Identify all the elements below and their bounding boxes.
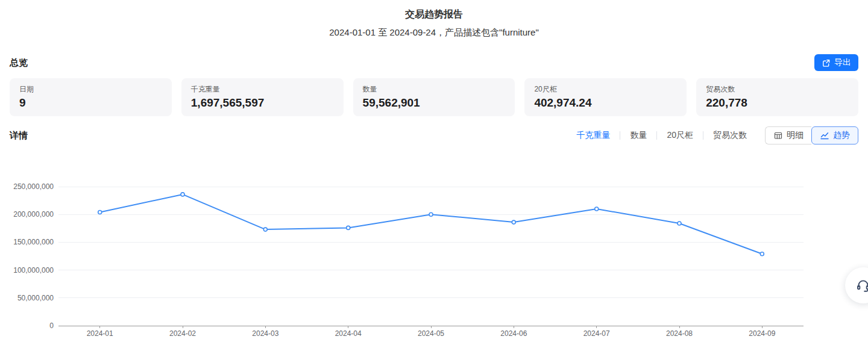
data-point-marker[interactable] [98, 211, 102, 214]
data-point-marker[interactable] [181, 193, 184, 196]
data-point-marker[interactable] [347, 226, 350, 229]
export-button[interactable]: 导出 [814, 54, 858, 71]
headset-icon [855, 278, 868, 293]
y-axis-tick-label: 150,000,000 [13, 238, 54, 246]
data-point-marker[interactable] [760, 252, 764, 256]
x-axis-tick-label: 2024-01 [87, 329, 113, 338]
stat-card-value: 9 [19, 96, 162, 110]
details-bar: 详情 千克重量 数量 20尺柜 贸易次数 明细 趋势 [0, 126, 868, 144]
metric-tabs: 千克重量 数量 20尺柜 贸易次数 [575, 130, 748, 141]
stat-card-value: 1,697,565,597 [191, 96, 334, 110]
tab-divider [656, 131, 657, 140]
line-chart-icon [820, 131, 829, 140]
tab-divider [703, 131, 703, 140]
details-section-label: 详情 [10, 130, 28, 141]
x-axis-tick-label: 2024-05 [418, 329, 444, 338]
data-point-marker[interactable] [678, 222, 681, 225]
x-axis-tick-label: 2024-08 [666, 329, 693, 338]
stat-card-20ft-container: 20尺柜 402,974.24 [524, 78, 687, 116]
stat-cards-row: 日期 9 千克重量 1,697,565,597 数量 59,562,901 20… [0, 78, 868, 116]
trend-view-label: 趋势 [833, 130, 850, 141]
trend-view-button[interactable]: 趋势 [811, 126, 858, 144]
stat-card-label: 日期 [19, 84, 162, 94]
export-icon [822, 58, 831, 67]
table-icon [773, 131, 783, 140]
export-button-label: 导出 [834, 57, 851, 68]
stat-card-value: 220,778 [706, 96, 849, 110]
data-point-marker[interactable] [595, 207, 599, 211]
data-point-marker[interactable] [429, 213, 433, 216]
trend-chart[interactable]: 050,000,000100,000,000150,000,000200,000… [0, 164, 868, 354]
view-toggle-group: 明细 趋势 [765, 126, 858, 144]
y-axis-tick-label: 250,000,000 [13, 182, 54, 191]
trend-chart-section: 050,000,000100,000,000150,000,000200,000… [0, 164, 868, 354]
metric-tab-quantity[interactable]: 数量 [629, 130, 648, 141]
y-axis-tick-label: 50,000,000 [17, 294, 54, 302]
metric-tab-20ft-container[interactable]: 20尺柜 [665, 130, 694, 141]
stat-card-quantity: 数量 59,562,901 [353, 78, 515, 116]
data-point-marker[interactable] [263, 228, 267, 231]
stat-card-date: 日期 9 [10, 78, 172, 116]
data-point-marker[interactable] [512, 220, 515, 224]
report-header: 交易趋势报告 2024-01-01 至 2024-09-24，产品描述包含"fu… [0, 0, 868, 39]
overview-bar: 总览 导出 [0, 54, 868, 71]
stat-card-label: 20尺柜 [534, 84, 677, 94]
tab-divider [620, 131, 620, 140]
y-axis-tick-label: 200,000,000 [13, 210, 54, 219]
x-axis-tick-label: 2024-02 [169, 329, 196, 338]
x-axis-tick-label: 2024-07 [583, 329, 610, 338]
x-axis-tick-label: 2024-03 [252, 329, 278, 338]
detail-view-label: 明细 [787, 130, 804, 141]
y-axis-tick-label: 0 [49, 321, 54, 330]
x-axis-tick-label: 2024-06 [500, 329, 527, 338]
trend-line [100, 194, 763, 254]
stat-card-value: 59,562,901 [363, 96, 506, 110]
stat-card-label: 数量 [363, 84, 506, 94]
x-axis-tick-label: 2024-04 [335, 329, 362, 338]
stat-card-label: 贸易次数 [706, 84, 849, 94]
page-title: 交易趋势报告 [0, 8, 868, 20]
overview-section-label: 总览 [10, 57, 28, 69]
metric-tab-trade-count[interactable]: 贸易次数 [712, 130, 748, 141]
detail-view-button[interactable]: 明细 [765, 126, 811, 144]
x-axis-tick-label: 2024-09 [749, 329, 775, 338]
stat-card-trade-count: 贸易次数 220,778 [696, 78, 858, 116]
y-axis-tick-label: 100,000,000 [13, 266, 54, 275]
stat-card-kg-weight: 千克重量 1,697,565,597 [181, 78, 344, 116]
page-subtitle: 2024-01-01 至 2024-09-24，产品描述包含"furniture… [0, 26, 868, 39]
metric-tab-kg-weight[interactable]: 千克重量 [575, 130, 611, 141]
stat-card-label: 千克重量 [191, 84, 334, 94]
stat-card-value: 402,974.24 [534, 96, 677, 110]
